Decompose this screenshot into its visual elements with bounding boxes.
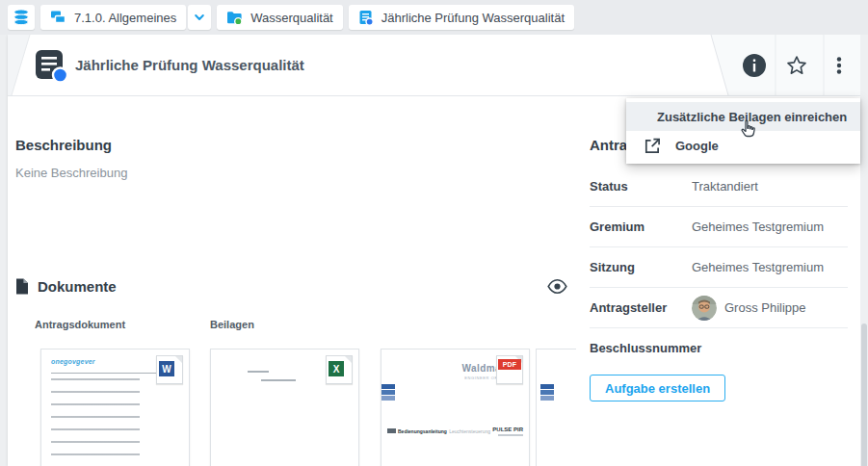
menu-item-google[interactable]: Google (626, 131, 860, 160)
database-icon (13, 9, 30, 26)
detail-row-beschlussnummer: Beschlussnummer (590, 328, 848, 368)
menu-item-label: Zusätzliche Beilagen einreichen (657, 110, 847, 124)
partial-document-thumbnail[interactable] (536, 349, 576, 466)
tab-label: Wasserqualität (250, 11, 333, 25)
detail-row-status: Status Traktandiert (590, 167, 848, 207)
scrollbar-thumb[interactable] (861, 324, 867, 466)
tab-expand-button[interactable] (188, 5, 211, 30)
group-label-antragsdokument: Antragsdokument (35, 319, 125, 330)
detail-row-gremium: Gremium Geheimes Testgremium (590, 207, 848, 247)
pdf-file-badge: PDF (496, 355, 523, 384)
pdf-cover-bars (540, 384, 554, 401)
thumbnail-logo-text: onegovgever (51, 358, 95, 365)
detail-row-antragsteller: Antragsteller Gross Philippe (590, 288, 848, 328)
pdf-cover-bars (381, 384, 395, 401)
tab-label: 7.1.0. Allgemeines (74, 11, 176, 25)
document-icon (358, 10, 374, 26)
blue-status-dot (366, 18, 373, 25)
repository-button[interactable] (8, 5, 35, 30)
scrollbar-track[interactable] (860, 35, 868, 466)
page-title: Jährliche Prüfung Wasserqualität (75, 57, 304, 73)
open-in-new-icon (643, 137, 661, 155)
tab-label: Jährliche Prüfung Wasserqualität (381, 11, 565, 25)
menu-item-label: Google (675, 139, 719, 153)
avatar (692, 296, 717, 321)
detail-row-sitzung: Sitzung Geheimes Testgremium (590, 247, 848, 288)
eye-icon (547, 279, 567, 294)
word-document-thumbnail[interactable]: onegovgever W (40, 349, 190, 466)
page-header: Jährliche Prüfung Wasserqualität (8, 35, 860, 96)
tab-wasserqualitaet[interactable]: Wasserqualität (217, 5, 343, 30)
vertical-dots-icon (828, 54, 851, 77)
info-icon (742, 53, 767, 78)
actions-context-menu: Zusätzliche Beilagen einreichen Google (626, 98, 860, 164)
green-status-dot (235, 17, 242, 24)
tab-allgemeines[interactable]: 7.1.0. Allgemeines (40, 5, 186, 30)
excel-document-thumbnail[interactable]: X (210, 349, 359, 466)
star-icon (785, 54, 808, 77)
proposal-document-icon (35, 49, 69, 84)
description-empty-text: Keine Beschreibung (15, 166, 127, 180)
favorite-button[interactable] (784, 53, 809, 78)
blue-status-dot (53, 68, 67, 83)
pdf-product: PULSE PIR (492, 427, 523, 432)
breadcrumb-tab-bar: 7.1.0. Allgemeines Wasserqualität (0, 0, 868, 35)
excel-file-badge: X (326, 355, 353, 384)
documents-heading: Dokumente (38, 278, 117, 295)
info-button[interactable] (742, 53, 767, 78)
word-file-badge: W (156, 355, 183, 384)
more-actions-button[interactable] (827, 53, 852, 78)
antragsteller-name: Gross Philippe (724, 300, 806, 315)
pdf-category: Leuchtensteuerung (449, 428, 490, 434)
app-window: 7.1.0. Allgemeines Wasserqualität (0, 0, 868, 466)
visibility-button[interactable] (547, 279, 567, 298)
folder-icon (226, 11, 243, 25)
details-table: Status Traktandiert Gremium Geheimes Tes… (590, 167, 848, 368)
page-icon (15, 278, 29, 295)
description-heading: Beschreibung (15, 137, 112, 153)
hierarchy-icon (50, 10, 66, 25)
pdf-document-thumbnail[interactable]: Waldmann ENGINEER OF LIGHT Bedienungsanl… (381, 349, 530, 466)
tab-jaehrliche-pruefung[interactable]: Jährliche Prüfung Wasserqualität (349, 5, 574, 30)
chevron-down-icon (193, 11, 206, 24)
pdf-doc-type: Bedienungsanleitung (398, 428, 447, 434)
breadcrumb-group-dossier: 7.1.0. Allgemeines (40, 5, 211, 30)
create-task-button[interactable]: Aufgabe erstellen (590, 375, 725, 401)
document-text-lines (51, 378, 140, 466)
documents-header: Dokumente (15, 278, 117, 295)
group-label-beilagen: Beilagen (210, 319, 254, 330)
menu-item-zusaetzliche-beilagen[interactable]: Zusätzliche Beilagen einreichen (626, 102, 860, 131)
